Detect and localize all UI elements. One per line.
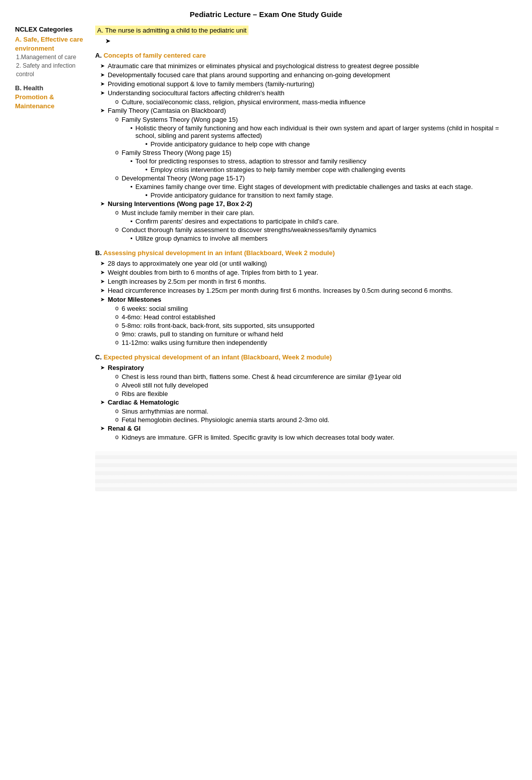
list-item: Weight doubles from birth to 6 months of… bbox=[95, 269, 517, 276]
list-item-text: Family Systems Theory (Wong page 15) bbox=[122, 116, 238, 123]
list-item: Providing emotional support & love to fa… bbox=[95, 80, 517, 88]
section-b2-block: B. Assessing physical development in an … bbox=[95, 249, 517, 346]
list-item-text: Chest is less round than birth, flattens… bbox=[122, 373, 401, 380]
cardiac-label: Cardiac & Hematologic bbox=[108, 399, 179, 406]
list-item-text: Fetal hemoglobin declines. Physiologic a… bbox=[122, 416, 330, 424]
list-item-text: Provide anticipatory guidance for transi… bbox=[151, 191, 334, 199]
list-item-text: Developmental Theory (Wong page 15-17) bbox=[122, 174, 245, 182]
list-item: Renal & GI bbox=[95, 425, 517, 432]
list-item: Cardiac & Hematologic bbox=[95, 399, 517, 406]
list-item-text: Length increases by 2.5cm per month in f… bbox=[108, 278, 267, 285]
main-content: A. The nurse is admitting a child to the… bbox=[93, 26, 517, 491]
section-c-block: C. Expected physical development of an i… bbox=[95, 353, 517, 441]
list-item-text: Weight doubles from birth to 6 months of… bbox=[108, 269, 318, 276]
list-item-text: Alveoli still not fully developed bbox=[122, 381, 208, 389]
list-item-text: Providing emotional support & love to fa… bbox=[108, 80, 315, 88]
section-a-text: A. The nurse is admitting a child to the… bbox=[95, 26, 248, 35]
list-item: Family Systems Theory (Wong page 15) bbox=[95, 116, 517, 123]
list-item-text: Nursing Interventions (Wong page 17, Box… bbox=[108, 200, 252, 208]
list-item: Culture, social/economic class, religion… bbox=[95, 98, 517, 106]
section-b-title: A. Concepts of family centered care bbox=[95, 52, 517, 59]
list-item-text: Utilize group dynamics to involve all me… bbox=[135, 235, 268, 242]
list-item-text: Ribs are flexible bbox=[122, 390, 168, 398]
list-item-text: Developmentally focused care that plans … bbox=[108, 71, 390, 79]
list-item-text: Atraumatic care that minimizes or elimin… bbox=[108, 62, 419, 70]
list-item: Examines family change over time. Eight … bbox=[95, 183, 517, 190]
list-item: 9mo: crawls, pull to standing on furnitu… bbox=[95, 330, 517, 338]
section-b2-title-text: Assessing physical development in an inf… bbox=[103, 249, 335, 257]
renal-label: Renal & GI bbox=[108, 425, 141, 432]
list-item: Understanding sociocultural factors affe… bbox=[95, 89, 517, 97]
list-item: Developmental Theory (Wong page 15-17) bbox=[95, 174, 517, 182]
sidebar-cat-a: A. Safe, Effective care environment bbox=[15, 35, 88, 53]
sidebar-sub1: 1.Management of care bbox=[16, 53, 88, 62]
list-item: 6 weeks: social smiling bbox=[95, 305, 517, 312]
list-item-text: 9mo: crawls, pull to standing on furnitu… bbox=[122, 330, 283, 338]
list-item-text: Must include family member in their care… bbox=[122, 209, 254, 217]
section-c-title-text: Expected physical development of an infa… bbox=[104, 353, 332, 361]
sidebar-cat-b-label: B. Health bbox=[15, 84, 43, 92]
list-item-text: Provide anticipatory guidance to help co… bbox=[151, 140, 310, 148]
section-a-header: A. The nurse is admitting a child to the… bbox=[95, 26, 517, 45]
page-title: Pediatric Lecture – Exam One Study Guide bbox=[15, 10, 517, 19]
section-a-arrow: ➤ bbox=[105, 37, 111, 45]
sidebar-cat-b: B. Health Promotion & Maintenance bbox=[15, 84, 88, 111]
section-b2-prefix: B. bbox=[95, 249, 103, 257]
respiratory-label: Respiratory bbox=[108, 364, 144, 371]
list-item: Length increases by 2.5cm per month in f… bbox=[95, 278, 517, 285]
list-item-text: 11-12mo: walks using furniture then inde… bbox=[122, 339, 268, 346]
section-c-title: C. Expected physical development of an i… bbox=[95, 353, 517, 361]
list-item: Head circumference increases by 1.25cm p… bbox=[95, 287, 517, 294]
list-item-text: Holistic theory of family functioning an… bbox=[135, 124, 517, 139]
section-b-prefix: A. bbox=[95, 52, 104, 59]
list-item-text: Understanding sociocultural factors affe… bbox=[108, 89, 285, 97]
list-item: Holistic theory of family functioning an… bbox=[95, 124, 517, 139]
list-item-text: Tool for predicting responses to stress,… bbox=[135, 157, 366, 165]
list-item: Alveoli still not fully developed bbox=[95, 381, 517, 389]
section-b2-title: B. Assessing physical development in an … bbox=[95, 249, 517, 257]
page-container: Pediatric Lecture – Exam One Study Guide… bbox=[0, 0, 532, 501]
list-item: 4-6mo: Head control established bbox=[95, 313, 517, 321]
nclex-title: NCLEX Categories bbox=[15, 26, 88, 33]
list-item: Provide anticipatory guidance to help co… bbox=[95, 140, 517, 148]
list-item: Family Stress Theory (Wong page 15) bbox=[95, 149, 517, 156]
list-item-text: Confirm parents' desires and expectation… bbox=[135, 218, 339, 225]
motor-milestones-label: Motor Milestones bbox=[108, 296, 161, 303]
list-item: Confirm parents' desires and expectation… bbox=[95, 218, 517, 225]
sidebar-sub2: 2. Safety and infection control bbox=[16, 62, 88, 79]
list-item-text: Sinus arrhythmias are normal. bbox=[122, 408, 208, 415]
section-b-title-text: Concepts of family centered care bbox=[104, 52, 206, 59]
list-item: Developmentally focused care that plans … bbox=[95, 71, 517, 79]
list-item: 11-12mo: walks using furniture then inde… bbox=[95, 339, 517, 346]
list-item-text: Employ crisis intervention strategies to… bbox=[151, 166, 406, 173]
list-item: Chest is less round than birth, flattens… bbox=[95, 373, 517, 380]
list-item: Family Theory (Camtasia on Blackboard) bbox=[95, 107, 517, 114]
list-item: Employ crisis intervention strategies to… bbox=[95, 166, 517, 173]
list-item-text: Examines family change over time. Eight … bbox=[135, 183, 473, 190]
list-item: Provide anticipatory guidance for transi… bbox=[95, 191, 517, 199]
list-item: Respiratory bbox=[95, 364, 517, 371]
list-item: Utilize group dynamics to involve all me… bbox=[95, 235, 517, 242]
section-b-block: A. Concepts of family centered care Atra… bbox=[95, 52, 517, 242]
list-item-text: Kidneys are immature. GFR is limited. Sp… bbox=[122, 434, 395, 441]
list-item: 5-8mo: rolls front-back, back-front, sit… bbox=[95, 322, 517, 329]
section-c-prefix: C. bbox=[95, 353, 104, 361]
list-item: Conduct thorough family assessment to di… bbox=[95, 226, 517, 234]
list-item: Fetal hemoglobin declines. Physiologic a… bbox=[95, 416, 517, 424]
list-item-text: Family Stress Theory (Wong page 15) bbox=[122, 149, 231, 156]
sidebar-promo: Promotion & Maintenance bbox=[15, 93, 55, 110]
list-item: Must include family member in their care… bbox=[95, 209, 517, 217]
list-item-text: 5-8mo: rolls front-back, back-front, sit… bbox=[122, 322, 315, 329]
list-item-text: Family Theory (Camtasia on Blackboard) bbox=[108, 107, 226, 114]
list-item-text: Head circumference increases by 1.25cm p… bbox=[108, 287, 453, 294]
blurred-content bbox=[95, 451, 517, 491]
list-item: 28 days to approximately one year old (o… bbox=[95, 260, 517, 267]
list-item: Atraumatic care that minimizes or elimin… bbox=[95, 62, 517, 70]
main-layout: NCLEX Categories A. Safe, Effective care… bbox=[15, 26, 517, 491]
list-item-text: Culture, social/economic class, religion… bbox=[122, 98, 366, 106]
list-item-text: 4-6mo: Head control established bbox=[122, 313, 215, 321]
list-item-text: 6 weeks: social smiling bbox=[122, 305, 188, 312]
list-item-text: 28 days to approximately one year old (o… bbox=[108, 260, 267, 267]
list-item: Kidneys are immature. GFR is limited. Sp… bbox=[95, 434, 517, 441]
list-item: Motor Milestones bbox=[95, 296, 517, 303]
